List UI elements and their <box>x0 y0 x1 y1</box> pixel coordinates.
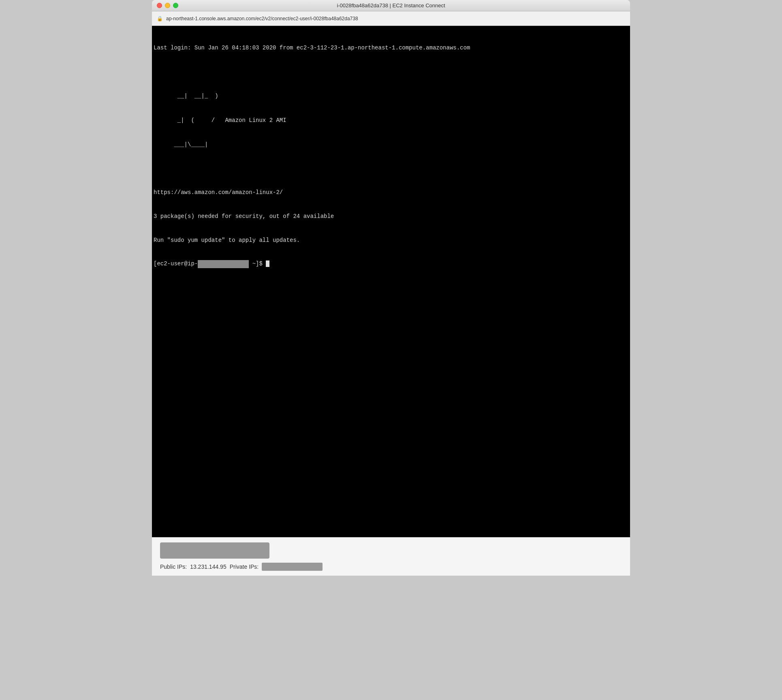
titlebar: i-0028fba48a62da738 | EC2 Instance Conne… <box>152 0 630 11</box>
address-text[interactable]: ap-northeast-1.console.aws.amazon.com/ec… <box>166 16 358 21</box>
private-ip-label: Private IPs: <box>230 563 259 570</box>
terminal-empty-area <box>154 284 628 519</box>
redacted-input-field <box>160 542 269 559</box>
empty-line-2 <box>154 165 628 173</box>
empty-line-1 <box>154 68 628 76</box>
window-title: i-0028fba48a62da738 | EC2 Instance Conne… <box>337 2 445 9</box>
hostname-redacted <box>198 260 249 268</box>
public-ip-value: 13.231.144.95 <box>190 563 226 570</box>
ascii-art-line1: __| __|_ ) <box>154 92 628 100</box>
private-ip-redacted <box>262 563 323 571</box>
traffic-lights <box>157 3 178 8</box>
prompt-line: [ec2-user@ip- ~]$ <box>154 260 628 268</box>
ascii-art-line2: _| ( / Amazon Linux 2 AMI <box>154 116 628 125</box>
addressbar: 🔒 ap-northeast-1.console.aws.amazon.com/… <box>152 11 630 26</box>
close-button[interactable] <box>157 3 162 8</box>
lock-icon: 🔒 <box>157 16 163 21</box>
maximize-button[interactable] <box>173 3 178 8</box>
browser-window: i-0028fba48a62da738 | EC2 Instance Conne… <box>152 0 630 576</box>
packages-line: 3 package(s) needed for security, out of… <box>154 213 628 221</box>
public-ip-label: Public IPs: <box>160 563 187 570</box>
url-line: https://aws.amazon.com/amazon-linux-2/ <box>154 189 628 197</box>
ascii-art-line3: ___|\____| <box>154 141 628 149</box>
prompt-prefix: [ec2-user@ip- <box>154 260 198 267</box>
last-login-line: Last login: Sun Jan 26 04:18:03 2020 fro… <box>154 44 628 52</box>
update-line: Run "sudo yum update" to apply all updat… <box>154 237 628 245</box>
ip-info: Public IPs: 13.231.144.95 Private IPs: <box>160 563 622 571</box>
terminal-cursor <box>266 260 269 267</box>
minimize-button[interactable] <box>165 3 170 8</box>
prompt-suffix: ~]$ <box>249 260 266 267</box>
terminal[interactable]: Last login: Sun Jan 26 04:18:03 2020 fro… <box>152 26 630 537</box>
bottom-bar: Public IPs: 13.231.144.95 Private IPs: <box>152 537 630 576</box>
